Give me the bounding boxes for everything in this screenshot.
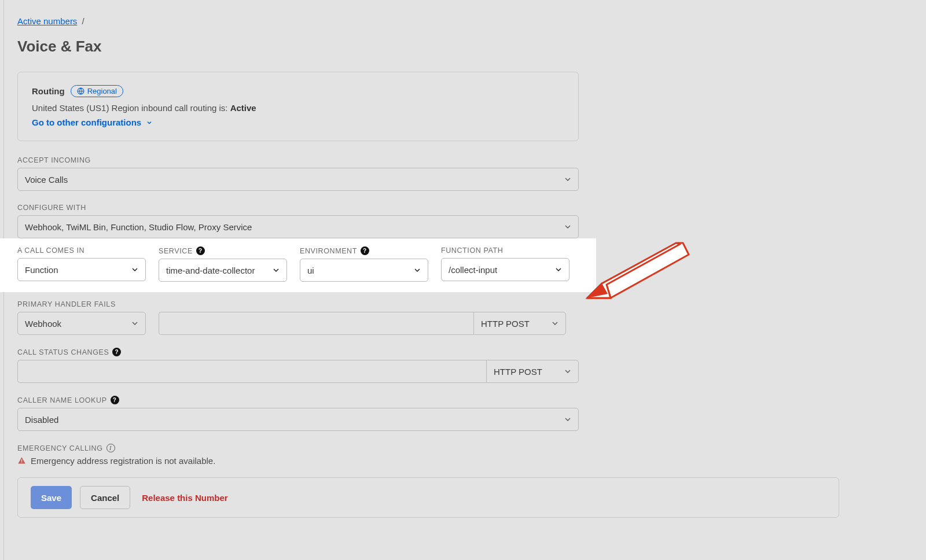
- call-status-method-select[interactable]: HTTP POST: [486, 360, 579, 383]
- accept-incoming-label: ACCEPT INCOMING: [17, 156, 579, 164]
- environment-select[interactable]: ui: [300, 259, 428, 282]
- function-path-value: /collect-input: [449, 265, 497, 275]
- configure-with-select[interactable]: Webhook, TwiML Bin, Function, Studio Flo…: [17, 215, 579, 238]
- primary-handler-value: Webhook: [25, 319, 61, 329]
- service-select[interactable]: time-and-date-collector: [159, 259, 287, 282]
- go-to-other-configurations-label: Go to other configurations: [32, 117, 141, 127]
- breadcrumb: Active numbers /: [17, 0, 579, 38]
- help-icon[interactable]: ?: [361, 246, 369, 255]
- svg-marker-3: [587, 243, 689, 298]
- service-value: time-and-date-collector: [166, 266, 255, 275]
- a-call-comes-in-select[interactable]: Function: [17, 258, 146, 281]
- chevron-down-icon: [563, 222, 572, 231]
- configure-with-label: CONFIGURE WITH: [17, 204, 579, 212]
- function-path-select[interactable]: /collect-input: [441, 258, 569, 281]
- routing-status-prefix: United States (US1) Region inbound call …: [32, 103, 230, 113]
- help-icon[interactable]: ?: [111, 396, 119, 404]
- footer-bar: Save Cancel Release this Number: [17, 477, 839, 518]
- chevron-down-icon: [554, 265, 563, 274]
- release-number-button[interactable]: Release this Number: [138, 486, 238, 509]
- routing-label: Routing: [32, 86, 65, 96]
- svg-rect-2: [21, 462, 22, 463]
- primary-handler-method-value: HTTP POST: [481, 319, 530, 329]
- a-call-comes-in-label: A CALL COMES IN: [17, 246, 146, 255]
- call-status-url-input[interactable]: [17, 360, 486, 383]
- routing-card: Routing Regional United States (US1) Reg…: [17, 72, 579, 141]
- service-label: SERVICE: [159, 247, 193, 255]
- a-call-comes-in-value: Function: [25, 265, 58, 275]
- routing-status: United States (US1) Region inbound call …: [32, 103, 564, 113]
- call-status-changes-label: CALL STATUS CHANGES: [17, 348, 109, 356]
- function-path-label: FUNCTION PATH: [441, 246, 569, 255]
- emergency-message: Emergency address registration is not av…: [17, 456, 579, 466]
- breadcrumb-link-active-numbers[interactable]: Active numbers: [17, 16, 77, 26]
- page-title: Voice & Fax: [17, 38, 579, 72]
- warning-triangle-icon: [17, 456, 26, 465]
- help-icon[interactable]: ?: [112, 348, 121, 356]
- call-comes-in-row: A CALL COMES IN Function SERVICE ? time-…: [0, 238, 596, 292]
- regional-badge-label: Regional: [87, 87, 117, 95]
- chevron-down-icon: [550, 319, 560, 328]
- caller-name-lookup-select[interactable]: Disabled: [17, 408, 579, 431]
- accept-incoming-select[interactable]: Voice Calls: [17, 168, 579, 191]
- breadcrumb-separator: /: [82, 16, 84, 26]
- chevron-down-icon: [130, 319, 139, 328]
- cancel-button[interactable]: Cancel: [80, 486, 130, 509]
- annotation-arrow: [579, 237, 694, 307]
- chevron-down-icon: [413, 266, 422, 275]
- call-status-method-value: HTTP POST: [494, 367, 542, 377]
- chevron-down-icon: [563, 415, 572, 424]
- configure-with-value: Webhook, TwiML Bin, Function, Studio Flo…: [25, 222, 252, 232]
- primary-handler-method-select[interactable]: HTTP POST: [473, 312, 566, 335]
- routing-status-value: Active: [230, 103, 256, 113]
- go-to-other-configurations-link[interactable]: Go to other configurations: [32, 117, 153, 127]
- environment-value: ui: [307, 266, 314, 275]
- chevron-down-icon: [271, 266, 281, 275]
- environment-label: ENVIRONMENT: [300, 247, 357, 255]
- chevron-down-icon: [130, 265, 139, 274]
- caller-name-lookup-label: CALLER NAME LOOKUP: [17, 396, 107, 404]
- accept-incoming-value: Voice Calls: [25, 175, 68, 185]
- chevron-down-icon: [146, 119, 153, 126]
- regional-badge: Regional: [71, 85, 123, 97]
- svg-rect-1: [21, 459, 22, 462]
- emergency-calling-label: EMERGENCY CALLING: [17, 444, 103, 452]
- globe-icon: [77, 87, 84, 95]
- help-icon[interactable]: ?: [196, 246, 205, 255]
- info-icon[interactable]: i: [106, 444, 115, 452]
- chevron-down-icon: [563, 175, 572, 184]
- emergency-message-text: Emergency address registration is not av…: [31, 456, 215, 466]
- caller-name-lookup-value: Disabled: [25, 415, 58, 425]
- primary-handler-fails-label: PRIMARY HANDLER FAILS: [17, 300, 579, 308]
- primary-handler-select[interactable]: Webhook: [17, 312, 146, 335]
- save-button[interactable]: Save: [31, 486, 72, 509]
- chevron-down-icon: [563, 367, 572, 376]
- primary-handler-url-input[interactable]: [159, 312, 473, 335]
